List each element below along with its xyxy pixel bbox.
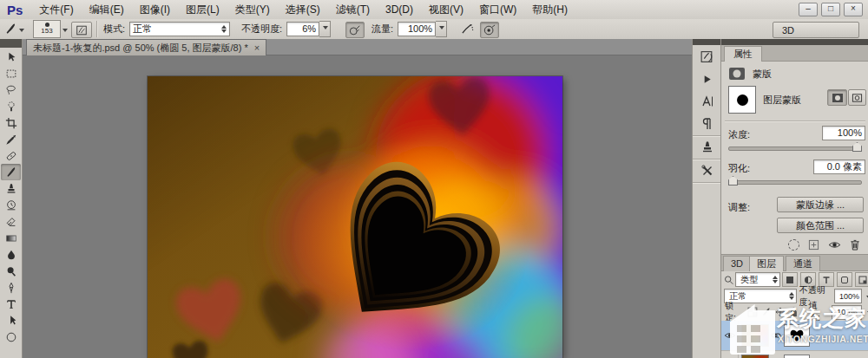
document-tab[interactable]: 未标题-1-恢复的.psd @ 50% (椭圆 5, 图层蒙版/8) * × [26, 39, 266, 55]
menu-filter[interactable]: 滤镜(T) [328, 0, 378, 19]
delete-mask-trash-icon[interactable] [850, 239, 860, 251]
filter-shape-layers-button[interactable] [837, 272, 852, 287]
rectangular-marquee-tool[interactable] [1, 65, 21, 81]
feather-slider[interactable] [728, 180, 862, 185]
layer-mask-thumbnail[interactable] [728, 86, 756, 114]
eraser-icon [5, 216, 17, 228]
tools-cross-icon [700, 164, 714, 178]
filter-pixel-layers-button[interactable] [782, 272, 798, 287]
fill-input[interactable]: 100% [832, 305, 862, 320]
feather-slider-thumb[interactable] [728, 176, 738, 186]
menu-type[interactable]: 类型(Y) [227, 0, 278, 19]
ellipse-tool[interactable] [1, 329, 21, 345]
restore-button[interactable]: □ [821, 3, 840, 16]
apply-mask-icon[interactable] [808, 239, 819, 251]
layer-visibility-cell[interactable] [721, 321, 739, 350]
paragraph-panel-button[interactable] [693, 113, 721, 135]
gradient-tool[interactable] [1, 230, 21, 246]
flow-input[interactable]: 100% [398, 22, 436, 36]
menu-select[interactable]: 选择(S) [278, 0, 328, 19]
tab-3d[interactable]: 3D [723, 256, 751, 271]
clone-source-panel-button[interactable] [693, 136, 721, 159]
tool-preset-picker[interactable] [4, 22, 24, 36]
panel-collapse-handle[interactable] [721, 39, 868, 45]
character-panel-button[interactable] [693, 90, 721, 113]
airbrush-button[interactable] [458, 22, 476, 36]
dodge-tool[interactable] [1, 263, 21, 279]
layer-thumbnail[interactable] [741, 355, 769, 358]
layer-row-selected[interactable] [721, 321, 868, 351]
layer-visibility-cell[interactable] [721, 351, 739, 358]
type-tool[interactable] [1, 296, 21, 312]
tab-channels[interactable]: 通道 [786, 256, 820, 271]
brush-panel-icon [76, 24, 88, 36]
filter-kind-select[interactable]: 类型 [735, 272, 780, 287]
opacity-input[interactable]: 6% [286, 22, 319, 36]
menu-window[interactable]: 窗口(W) [471, 0, 524, 19]
mode-select[interactable]: 正常 [129, 22, 230, 36]
lasso-tool[interactable] [1, 81, 21, 98]
menu-file[interactable]: 文件(F) [31, 0, 81, 19]
menu-view[interactable]: 视图(V) [421, 0, 471, 19]
feather-input[interactable]: 0.0 像素 [813, 159, 865, 174]
layer-thumbnail[interactable] [741, 324, 769, 347]
toggle-brush-panel-button[interactable] [71, 22, 92, 38]
density-slider-thumb[interactable] [852, 142, 862, 152]
history-brush-tool[interactable] [1, 197, 21, 213]
mask-edge-button[interactable]: 蒙版边缘 ... [777, 197, 864, 212]
tab-close-icon[interactable]: × [254, 42, 260, 53]
brush-preset-button[interactable]: 153 [33, 22, 68, 36]
select-vector-mask-button[interactable] [848, 89, 866, 106]
canvas-artwork[interactable] [148, 76, 562, 358]
minimize-button[interactable]: – [799, 3, 818, 16]
density-slider[interactable] [728, 146, 862, 151]
tool-presets-panel-button[interactable] [693, 159, 721, 182]
filter-smart-objects-button[interactable] [855, 272, 868, 287]
close-button[interactable]: × [844, 3, 863, 16]
quick-selection-tool[interactable] [1, 98, 21, 114]
mask-visibility-eye-icon[interactable] [828, 240, 841, 250]
lock-transparency-icon[interactable] [747, 307, 758, 317]
eyedropper-tool[interactable] [1, 131, 21, 147]
menu-layer[interactable]: 图层(L) [178, 0, 227, 19]
load-selection-icon[interactable] [788, 239, 799, 251]
menu-image[interactable]: 图像(I) [132, 0, 178, 19]
actions-panel-button[interactable] [693, 68, 721, 90]
menu-help[interactable]: 帮助(H) [524, 0, 575, 19]
spot-healing-tool[interactable] [1, 147, 21, 164]
crop-tool[interactable] [1, 114, 21, 131]
opacity-value: 6% [302, 23, 316, 34]
dock-collapse-handle[interactable] [693, 39, 721, 45]
color-range-button[interactable]: 颜色范围 ... [777, 218, 864, 233]
tools-panel-collapse-handle[interactable] [0, 39, 22, 48]
lock-all-icon[interactable] [789, 307, 799, 317]
clone-source-icon [700, 140, 714, 154]
pen-tool[interactable] [1, 279, 21, 296]
select-pixel-mask-button[interactable] [827, 89, 847, 106]
layer-row[interactable] [721, 351, 868, 358]
layer-mask-thumbnail[interactable] [784, 324, 810, 347]
layer-mask-thumbnail[interactable] [784, 355, 810, 358]
path-selection-tool[interactable] [1, 312, 21, 329]
pressure-size-button[interactable] [480, 22, 499, 38]
workspace-3d-button[interactable]: 3D [773, 22, 859, 38]
layers-opacity-input[interactable]: 100% [834, 289, 862, 303]
tab-layers[interactable]: 图层 [749, 256, 784, 271]
move-tool[interactable] [1, 49, 21, 65]
clone-stamp-tool[interactable] [1, 180, 21, 197]
select-arrows-icon [221, 23, 227, 36]
lock-position-icon[interactable] [775, 307, 786, 317]
opacity-dropdown-button[interactable] [319, 21, 331, 37]
density-input[interactable]: 100% [822, 126, 865, 140]
menu-3d[interactable]: 3D(D) [378, 0, 421, 19]
eraser-tool[interactable] [1, 213, 21, 230]
flow-dropdown-button[interactable] [436, 21, 447, 37]
brush-tool[interactable] [1, 164, 21, 180]
mask-link-chain-icon[interactable] [771, 331, 781, 340]
menu-edit[interactable]: 编辑(E) [82, 0, 132, 19]
lock-pixels-brush-icon[interactable] [761, 307, 772, 317]
pressure-opacity-button[interactable] [345, 22, 365, 38]
brush-panel-button[interactable] [693, 45, 721, 68]
blur-tool[interactable] [1, 246, 21, 263]
tab-properties[interactable]: 属性 [724, 46, 762, 62]
